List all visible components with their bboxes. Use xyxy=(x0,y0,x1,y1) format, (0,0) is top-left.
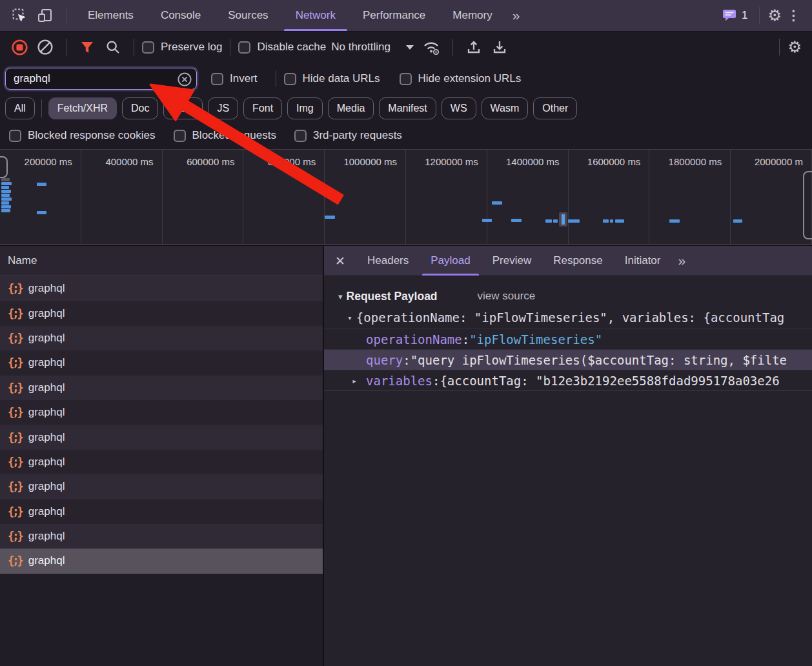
resource-type-filter-row: AllFetch/XHRDocCSSJSFontImgMediaManifest… xyxy=(0,95,812,122)
network-activity-bar xyxy=(37,183,46,186)
divider xyxy=(134,39,134,56)
name-column-header[interactable]: Name xyxy=(0,245,323,276)
close-details-icon[interactable]: ✕ xyxy=(324,254,356,268)
request-row[interactable]: {;}graphql xyxy=(0,276,323,301)
triangle-down-icon[interactable]: ▾ xyxy=(338,292,343,301)
filter-pill-manifest[interactable]: Manifest xyxy=(379,97,436,119)
network-main-area: Name {;}graphql{;}graphql{;}graphql{;}gr… xyxy=(0,245,812,666)
record-network-log-button[interactable] xyxy=(8,36,30,58)
json-request-icon: {;} xyxy=(8,356,22,369)
filter-pill-wasm[interactable]: Wasm xyxy=(482,97,529,119)
filter-pill-js[interactable]: JS xyxy=(208,97,238,119)
network-activity-bar xyxy=(669,219,680,223)
checkbox-box[interactable] xyxy=(284,73,296,85)
checkbox-box[interactable] xyxy=(238,41,250,54)
details-tab-initiator[interactable]: Initiator xyxy=(614,246,672,276)
invert-label: Invert xyxy=(230,72,258,85)
network-conditions-icon[interactable] xyxy=(421,36,443,58)
payload-pane: ▾ Request Payload view source ▾ {operati… xyxy=(324,276,812,391)
request-row[interactable]: {;}graphql xyxy=(0,376,323,400)
request-payload-section[interactable]: ▾ Request Payload view source xyxy=(324,286,812,307)
filter-pill-other[interactable]: Other xyxy=(533,97,577,119)
disable-cache-checkbox[interactable]: Disable cache xyxy=(238,41,326,54)
inspect-element-icon[interactable] xyxy=(8,5,30,26)
request-row[interactable]: {;}graphql xyxy=(0,524,323,549)
more-detail-tabs-icon[interactable]: » xyxy=(678,253,684,268)
tab-elements[interactable]: Elements xyxy=(74,0,147,31)
request-name: graphql xyxy=(28,480,65,493)
request-row[interactable]: {;}graphql xyxy=(0,474,323,499)
filter-pill-ws[interactable]: WS xyxy=(442,97,476,119)
triangle-down-icon[interactable]: ▾ xyxy=(347,313,352,323)
network-overview-timeline[interactable]: 200000 ms400000 ms600000 ms800000 ms1000… xyxy=(0,149,812,245)
device-toolbar-icon[interactable] xyxy=(34,5,56,26)
hide-data-urls-checkbox[interactable]: Hide data URLs xyxy=(284,72,380,85)
request-row[interactable]: {;}graphql xyxy=(0,350,323,375)
clear-filter-icon[interactable] xyxy=(177,72,192,90)
filter-pill-font[interactable]: Font xyxy=(243,97,282,119)
filter-pill-media[interactable]: Media xyxy=(328,97,374,119)
blocked-response-cookies-checkbox[interactable]: Blocked response cookies xyxy=(9,129,156,142)
filter-pill-fetchxhr[interactable]: Fetch/XHR xyxy=(48,97,117,119)
more-options-icon[interactable]: ⋮ xyxy=(787,8,800,23)
payload-tree: operationName: "ipFlowTimeseries"query: … xyxy=(324,328,812,391)
checkbox-box[interactable] xyxy=(294,130,307,142)
divider xyxy=(230,39,230,56)
tab-network[interactable]: Network xyxy=(282,0,349,31)
payload-row-query[interactable]: query: "query ipFlowTimeseries($accountT… xyxy=(324,349,812,370)
clear-network-log-button[interactable] xyxy=(34,36,56,58)
tab-sources[interactable]: Sources xyxy=(214,0,281,31)
throttling-select[interactable]: No throttling xyxy=(331,41,414,54)
checkbox-box[interactable] xyxy=(174,130,186,142)
view-source-link[interactable]: view source xyxy=(478,290,536,303)
filter-input[interactable]: graphql xyxy=(5,68,197,90)
checkbox-box[interactable] xyxy=(142,41,154,54)
tab-memory[interactable]: Memory xyxy=(439,0,505,31)
preserve-log-checkbox[interactable]: Preserve log xyxy=(142,41,222,54)
overview-right-handle[interactable] xyxy=(803,171,812,239)
request-payload-title: Request Payload xyxy=(347,290,438,303)
export-har-icon[interactable] xyxy=(489,36,511,58)
divider xyxy=(66,7,66,24)
filter-pill-doc[interactable]: Doc xyxy=(122,97,158,119)
details-tab-headers[interactable]: Headers xyxy=(356,246,420,276)
checkbox-box[interactable] xyxy=(211,73,223,85)
tab-console[interactable]: Console xyxy=(147,0,214,31)
details-tab-response[interactable]: Response xyxy=(542,246,614,276)
payload-summary-row[interactable]: ▾ {operationName: "ipFlowTimeseries", va… xyxy=(324,307,812,328)
triangle-right-icon[interactable]: ▸ xyxy=(352,376,366,386)
settings-gear-icon[interactable]: ⚙ xyxy=(767,8,782,23)
blocked-requests-checkbox[interactable]: Blocked requests xyxy=(174,129,276,142)
details-tab-payload[interactable]: Payload xyxy=(420,246,481,276)
timeline-tick-label: 1800000 ms xyxy=(649,150,731,244)
network-settings-gear-icon[interactable]: ⚙ xyxy=(787,39,802,55)
import-har-icon[interactable] xyxy=(463,36,485,58)
request-row[interactable]: {;}graphql xyxy=(0,450,323,474)
tab-performance[interactable]: Performance xyxy=(349,0,439,31)
payload-row-operationName[interactable]: operationName: "ipFlowTimeseries" xyxy=(324,328,812,349)
checkbox-box[interactable] xyxy=(400,73,412,85)
payload-row-variables[interactable]: ▸variables: {accountTag: "b12e3b2192ee55… xyxy=(324,370,812,391)
filter-pill-img[interactable]: Img xyxy=(287,97,323,119)
search-button[interactable] xyxy=(102,36,124,58)
filter-pill-all[interactable]: All xyxy=(5,97,35,119)
json-request-icon: {;} xyxy=(8,406,22,419)
invert-checkbox[interactable]: Invert xyxy=(211,72,258,85)
devtools-window: ElementsConsoleSourcesNetworkPerformance… xyxy=(0,0,812,666)
overview-left-handle[interactable] xyxy=(0,156,8,178)
request-row[interactable]: {;}graphql xyxy=(0,326,323,350)
filter-pill-css[interactable]: CSS xyxy=(163,97,203,119)
request-row[interactable]: {;}graphql xyxy=(0,301,323,325)
request-row[interactable]: {;}graphql xyxy=(0,549,323,573)
request-row[interactable]: {;}graphql xyxy=(0,400,323,425)
request-row[interactable]: {;}graphql xyxy=(0,425,323,449)
more-panels-icon[interactable]: » xyxy=(513,8,519,23)
hide-extension-urls-checkbox[interactable]: Hide extension URLs xyxy=(400,72,522,85)
request-row[interactable]: {;}graphql xyxy=(0,500,323,524)
issues-button[interactable]: 1 xyxy=(722,9,747,22)
details-tab-preview[interactable]: Preview xyxy=(482,246,542,276)
filter-button[interactable] xyxy=(76,36,98,58)
checkbox-box[interactable] xyxy=(9,130,21,142)
3rd-party-requests-checkbox[interactable]: 3rd-party requests xyxy=(294,129,402,142)
timeline-tick-label: 600000 ms xyxy=(163,150,244,244)
